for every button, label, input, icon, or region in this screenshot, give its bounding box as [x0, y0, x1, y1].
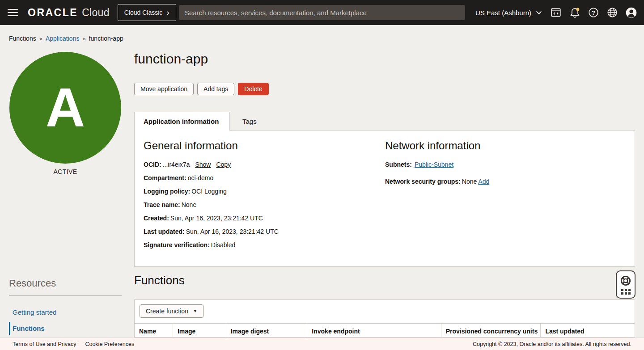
info-label: Subnets: [385, 161, 412, 168]
help-icon[interactable]: ? [584, 3, 603, 22]
info-row-last-updated: Last updated:Sun, Apr 16, 2023, 23:21:42… [144, 228, 376, 236]
info-row-subnets: Subnets:Public-Subnet [385, 161, 627, 169]
column-header-image: Image [173, 324, 226, 337]
life-ring-icon [619, 274, 632, 287]
resources-divider [9, 295, 122, 296]
oracle-wordmark: ORACLE [28, 7, 78, 19]
detail-tabs: Application information Tags [134, 112, 269, 131]
info-row-ocid: OCID:...ir4eix7aShowCopy [144, 161, 376, 169]
app-avatar: A [9, 52, 121, 164]
code-console-icon[interactable] [547, 3, 565, 22]
breadcrumb-applications-link[interactable]: Applications [46, 35, 80, 42]
tab-application-information[interactable]: Application information [134, 112, 230, 131]
terms-link[interactable]: Terms of Use and Privacy [13, 341, 76, 347]
tab-tags[interactable]: Tags [230, 112, 269, 131]
cloud-classic-label: Cloud Classic [124, 9, 163, 16]
action-buttons: Move application Add tags Delete [134, 83, 269, 95]
breadcrumb-functions: Functions [9, 35, 36, 42]
oracle-cloud-logo[interactable]: ORACLE Cloud [28, 7, 110, 19]
column-header-invoke-endpoint: Invoke endpoint [307, 324, 441, 337]
network-information-column: Network information Subnets:Public-Subne… [385, 139, 627, 191]
general-information-column: General information OCID:...ir4eix7aShow… [144, 139, 376, 255]
region-label: US East (Ashburn) [475, 9, 531, 17]
info-row-network-security-groups: Network security groups:NoneAdd [385, 178, 627, 186]
subnet-link[interactable]: Public-Subnet [415, 161, 453, 168]
info-row-compartment: Compartment:oci-demo [144, 174, 376, 182]
sidebar-item-functions[interactable]: Functions [9, 322, 122, 335]
ocid-show-link[interactable]: Show [195, 161, 211, 168]
grid-dots-icon [621, 289, 631, 295]
info-value: None [462, 178, 477, 185]
menu-icon[interactable] [4, 4, 21, 21]
functions-panel: Create function ▼ Name Image Image diges… [134, 299, 635, 337]
info-label: Created: [144, 215, 169, 222]
region-selector[interactable]: US East (Ashburn) [471, 9, 547, 17]
info-label: Network security groups: [385, 178, 461, 185]
resources-nav: Getting started Functions [9, 306, 122, 338]
topbar: ORACLE Cloud Cloud Classic › US East (As… [0, 0, 644, 25]
add-tags-button[interactable]: Add tags [197, 83, 234, 95]
info-label: Logging policy: [144, 188, 190, 195]
column-header-provisioned-concurrency-units: Provisioned concurrency units [441, 324, 541, 337]
sidebar-item-getting-started[interactable]: Getting started [9, 306, 122, 319]
oci-console-screen: ORACLE Cloud Cloud Classic › US East (As… [0, 0, 644, 350]
info-row-logging-policy: Logging policy:OCI Logging [144, 188, 376, 195]
cloud-classic-button[interactable]: Cloud Classic › [118, 4, 176, 21]
language-globe-icon[interactable] [603, 3, 622, 22]
column-header-image-digest: Image digest [226, 324, 308, 337]
chevron-down-icon [536, 11, 542, 15]
resources-heading: Resources [9, 278, 56, 289]
page-title: function-app [134, 51, 208, 67]
info-value: oci-demo [188, 174, 214, 181]
functions-section-heading: Functions [134, 274, 185, 287]
breadcrumb-separator-icon: » [82, 35, 85, 42]
user-avatar-icon[interactable] [622, 3, 640, 22]
notification-badge [576, 8, 579, 11]
info-value: ...ir4eix7a [163, 161, 190, 168]
delete-button[interactable]: Delete [238, 83, 268, 95]
topbar-right-cluster: US East (Ashburn) ? [471, 0, 640, 25]
info-row-signature-verification: Signature verification:Disabled [144, 241, 376, 249]
info-row-created: Created:Sun, Apr 16, 2023, 23:21:42 UTC [144, 215, 376, 222]
info-value: Disabled [211, 241, 235, 249]
application-information-panel: General information OCID:...ir4eix7aShow… [134, 130, 635, 267]
search-bar [179, 5, 465, 20]
info-row-trace-name: Trace name:None [144, 201, 376, 209]
info-value: Sun, Apr 16, 2023, 23:21:42 UTC [186, 228, 279, 235]
create-function-label: Create function [146, 308, 188, 315]
functions-table-header: Name Image Image digest Invoke endpoint … [135, 323, 635, 337]
column-header-last-updated: Last updated [541, 324, 635, 337]
create-function-button[interactable]: Create function ▼ [140, 304, 203, 318]
breadcrumb: Functions » Applications » function-app [9, 35, 123, 42]
info-label: OCID: [144, 161, 161, 168]
network-information-heading: Network information [385, 139, 627, 152]
search-input[interactable] [185, 9, 459, 17]
breadcrumb-current: function-app [89, 35, 123, 42]
info-value: Sun, Apr 16, 2023, 23:21:42 UTC [170, 215, 263, 222]
breadcrumb-separator-icon: » [39, 35, 42, 42]
info-label: Trace name: [144, 201, 180, 208]
dropdown-caret-icon: ▼ [193, 309, 197, 313]
footer: Terms of Use and Privacy Cookie Preferen… [0, 337, 644, 350]
info-label: Compartment: [144, 174, 186, 181]
cloud-wordmark: Cloud [82, 7, 110, 19]
svg-text:?: ? [592, 9, 595, 16]
nsg-add-link[interactable]: Add [478, 178, 489, 185]
cookie-preferences-link[interactable]: Cookie Preferences [85, 341, 134, 347]
move-application-button[interactable]: Move application [134, 83, 194, 95]
info-value: None [182, 201, 196, 208]
info-label: Signature verification: [144, 241, 210, 249]
column-header-name: Name [135, 324, 173, 337]
support-assistant-button[interactable] [616, 270, 636, 299]
app-avatar-letter: A [46, 80, 85, 135]
chevron-right-icon: › [166, 8, 169, 17]
notifications-bell-icon[interactable] [565, 3, 584, 22]
ocid-copy-link[interactable]: Copy [216, 161, 231, 168]
info-label: Last updated: [144, 228, 185, 235]
copyright-text: Copyright © 2023, Oracle and/or its affi… [473, 341, 631, 347]
status-badge: ACTIVE [9, 168, 121, 175]
info-value: OCI Logging [191, 188, 227, 195]
general-information-heading: General information [144, 139, 376, 152]
